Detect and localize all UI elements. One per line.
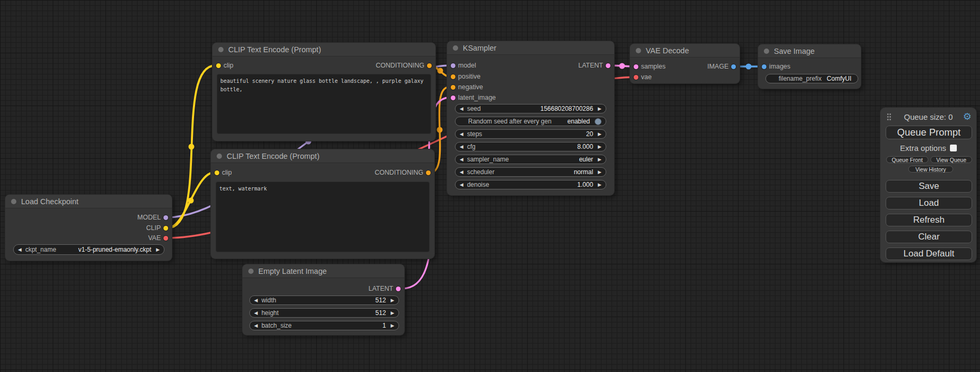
collapse-dot-icon[interactable] [11, 199, 16, 204]
increment-arrow-icon[interactable]: ▶ [156, 247, 160, 252]
load-default-button[interactable]: Load Default [886, 247, 972, 260]
cfg-widget[interactable]: ◀ cfg 8.000 ▶ [455, 142, 606, 151]
conditioning-port-dot[interactable] [451, 74, 455, 79]
widget-value: normal [574, 168, 593, 176]
decrement-arrow-icon[interactable]: ◀ [254, 298, 258, 303]
decrement-arrow-icon[interactable]: ◀ [460, 107, 463, 111]
node-title-bar[interactable]: Load Checkpoint [5, 195, 172, 208]
collapse-dot-icon[interactable] [218, 47, 224, 52]
clip-port-dot[interactable] [163, 226, 168, 231]
vae-port-dot[interactable] [634, 75, 638, 80]
negative-prompt-textarea[interactable]: text, watermark [216, 182, 430, 252]
latent-port-dot[interactable] [606, 63, 610, 68]
decrement-arrow-icon[interactable]: ◀ [460, 145, 463, 149]
link-dot[interactable] [619, 63, 625, 69]
scheduler-widget[interactable]: ◀ scheduler normal ▶ [455, 167, 606, 177]
model-port-dot[interactable] [451, 63, 455, 68]
increment-arrow-icon[interactable]: ▶ [391, 298, 394, 303]
ckpt-name-widget[interactable]: ◀ ckpt_name v1-5-pruned-emaonly.ckpt ▶ [13, 244, 164, 255]
image-port-dot[interactable] [762, 64, 766, 69]
widget-label: height [261, 309, 279, 317]
model-port-dot[interactable] [163, 215, 168, 220]
drag-handle-icon[interactable] [887, 113, 891, 121]
decrement-arrow-icon[interactable]: ◀ [460, 170, 463, 175]
width-widget[interactable]: ◀ width 512 ▶ [249, 295, 399, 305]
conditioning-port-dot[interactable] [451, 85, 455, 90]
collapse-dot-icon[interactable] [248, 269, 254, 274]
latent-port-dot[interactable] [634, 64, 638, 69]
node-vae-decode[interactable]: VAE Decode samples vae IMAGE [630, 44, 740, 83]
decrement-arrow-icon[interactable]: ◀ [254, 323, 258, 328]
link-dot[interactable] [188, 198, 194, 204]
collapse-dot-icon[interactable] [217, 154, 222, 159]
conditioning-port-dot[interactable] [426, 170, 431, 175]
node-title-bar[interactable]: KSampler [447, 41, 614, 55]
clip-port-dot[interactable] [215, 170, 219, 175]
node-clip-text-encode-negative[interactable]: CLIP Text Encode (Prompt) clip CONDITION… [211, 149, 434, 259]
random-seed-widget[interactable]: Random seed after every gen enabled [455, 117, 606, 126]
increment-arrow-icon[interactable]: ▶ [391, 323, 394, 328]
image-port-dot[interactable] [731, 64, 736, 69]
clip-port-dot[interactable] [216, 63, 221, 68]
clear-button[interactable]: Clear [886, 231, 972, 243]
increment-arrow-icon[interactable]: ▶ [598, 157, 601, 162]
denoise-widget[interactable]: ◀ denoise 1.000 ▶ [455, 180, 606, 189]
vae-port-dot[interactable] [163, 236, 168, 241]
collapse-dot-icon[interactable] [453, 45, 458, 51]
decrement-arrow-icon[interactable]: ◀ [460, 132, 463, 137]
decrement-arrow-icon[interactable]: ◀ [254, 311, 258, 316]
load-button[interactable]: Load [886, 197, 972, 209]
node-load-checkpoint[interactable]: Load Checkpoint MODEL CLIP VAE ◀ ckpt_na… [5, 195, 172, 261]
conditioning-port-dot[interactable] [427, 63, 432, 68]
node-save-image[interactable]: Save Image images filename_prefix ComfyU… [758, 44, 861, 89]
node-title-bar[interactable]: Empty Latent Image [242, 264, 404, 278]
seed-widget[interactable]: ◀ seed 156680208700286 ▶ [455, 104, 606, 113]
link-dot[interactable] [437, 127, 443, 133]
random-seed-toggle[interactable] [595, 118, 601, 125]
input-port-negative: negative [448, 82, 483, 92]
latent-port-dot[interactable] [451, 96, 455, 100]
decrement-arrow-icon[interactable]: ◀ [460, 183, 463, 187]
steps-widget[interactable]: ◀ steps 20 ▶ [455, 129, 606, 139]
increment-arrow-icon[interactable]: ▶ [598, 183, 601, 187]
widget-value: ComfyUI [827, 75, 851, 82]
decrement-arrow-icon[interactable]: ◀ [18, 247, 22, 252]
queue-prompt-button[interactable]: Queue Prompt [886, 126, 972, 139]
decrement-arrow-icon[interactable]: ◀ [460, 157, 463, 162]
positive-prompt-textarea[interactable]: beautiful scenery nature glass bottle la… [217, 74, 431, 134]
node-ksampler[interactable]: KSampler model positive negative latent_… [447, 41, 614, 195]
node-title-bar[interactable]: Save Image [758, 44, 861, 58]
output-port-latent: LATENT [578, 60, 613, 71]
gear-icon[interactable]: ⚙ [963, 111, 972, 122]
latent-port-dot[interactable] [396, 287, 401, 291]
node-title-bar[interactable]: VAE Decode [630, 44, 740, 58]
link-dot[interactable] [438, 68, 443, 74]
batch-size-widget[interactable]: ◀ batch_size 1 ▶ [249, 321, 399, 330]
extra-options-checkbox[interactable] [950, 145, 957, 151]
increment-arrow-icon[interactable]: ▶ [598, 145, 601, 149]
increment-arrow-icon[interactable]: ▶ [598, 170, 601, 175]
height-widget[interactable]: ◀ height 512 ▶ [249, 308, 399, 318]
increment-arrow-icon[interactable]: ▶ [598, 132, 601, 137]
collapse-dot-icon[interactable] [764, 49, 769, 54]
view-history-button[interactable]: View History [908, 166, 953, 173]
graph-canvas[interactable]: Load Checkpoint MODEL CLIP VAE ◀ ckpt_na… [0, 0, 980, 372]
link-dot[interactable] [189, 144, 195, 150]
refresh-button[interactable]: Refresh [886, 214, 972, 226]
node-clip-text-encode-positive[interactable]: CLIP Text Encode (Prompt) clip CONDITION… [212, 43, 435, 141]
increment-arrow-icon[interactable]: ▶ [598, 107, 601, 111]
extra-options-row: Extra options [880, 144, 976, 152]
filename-prefix-widget[interactable]: filename_prefix ComfyUI [765, 74, 858, 83]
node-title-bar[interactable]: CLIP Text Encode (Prompt) [211, 149, 434, 163]
sampler-name-widget[interactable]: ◀ sampler_name euler ▶ [455, 155, 606, 164]
increment-arrow-icon[interactable]: ▶ [391, 311, 394, 316]
node-empty-latent-image[interactable]: Empty Latent Image LATENT ◀ width 512 ▶ … [242, 264, 404, 335]
widget-value: 512 [375, 297, 386, 304]
node-title-bar[interactable]: CLIP Text Encode (Prompt) [212, 43, 435, 56]
queue-front-button[interactable]: Queue Front [886, 156, 928, 163]
link-dot[interactable] [746, 64, 752, 70]
save-button[interactable]: Save [886, 180, 972, 193]
widget-label: sampler_name [467, 156, 509, 163]
view-queue-button[interactable]: View Queue [930, 156, 972, 163]
collapse-dot-icon[interactable] [636, 48, 641, 53]
